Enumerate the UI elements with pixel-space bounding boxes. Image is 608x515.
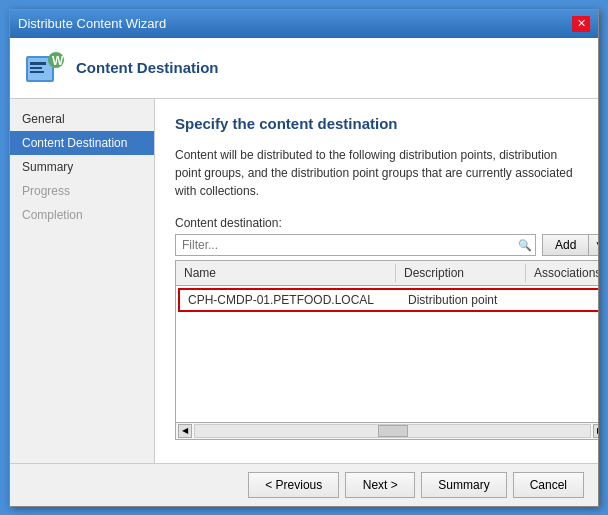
content-dest-label: Content destination: xyxy=(175,216,578,230)
col-header-name: Name xyxy=(176,264,396,282)
sidebar-item-progress: Progress xyxy=(10,179,154,203)
svg-rect-3 xyxy=(30,67,42,69)
svg-rect-2 xyxy=(30,62,46,65)
scroll-thumb[interactable] xyxy=(378,425,408,437)
sidebar: General Content Destination Summary Prog… xyxy=(10,99,155,463)
col-header-associations: Associations xyxy=(526,264,598,282)
add-dropdown-button[interactable]: ▼ xyxy=(588,234,598,256)
title-bar: Distribute Content Wizard ✕ xyxy=(10,10,598,38)
cell-name: CPH-CMDP-01.PETFOOD.LOCAL xyxy=(180,290,400,310)
window-title: Distribute Content Wizard xyxy=(18,16,166,31)
body-area: General Content Destination Summary Prog… xyxy=(10,99,598,463)
next-button[interactable]: Next > xyxy=(345,472,415,498)
chevron-down-icon: ▼ xyxy=(594,239,598,250)
svg-text:W: W xyxy=(52,54,64,68)
filter-input[interactable] xyxy=(175,234,536,256)
header-area: W Content Destination xyxy=(10,38,598,99)
svg-rect-4 xyxy=(30,71,44,73)
search-icon: 🔍 xyxy=(518,238,532,251)
page-title: Specify the content destination xyxy=(175,115,578,132)
main-window: Distribute Content Wizard ✕ W Content De… xyxy=(9,9,599,507)
table-container: Name Description Associations CPH-CMDP-0… xyxy=(175,260,598,440)
sidebar-item-summary[interactable]: Summary xyxy=(10,155,154,179)
previous-button[interactable]: < Previous xyxy=(248,472,339,498)
col-header-description: Description xyxy=(396,264,526,282)
sidebar-item-general[interactable]: General xyxy=(10,107,154,131)
table-header: Name Description Associations xyxy=(176,261,598,286)
main-content: Specify the content destination Content … xyxy=(155,99,598,463)
table-body: CPH-CMDP-01.PETFOOD.LOCAL Distribution p… xyxy=(176,286,598,422)
cancel-button[interactable]: Cancel xyxy=(513,472,584,498)
footer: < Previous Next > Summary Cancel xyxy=(10,463,598,506)
header-title: Content Destination xyxy=(76,59,219,76)
wizard-icon: W xyxy=(24,48,64,88)
horizontal-scrollbar[interactable]: ◀ ▶ xyxy=(176,422,598,439)
summary-button[interactable]: Summary xyxy=(421,472,506,498)
scroll-right-arrow[interactable]: ▶ xyxy=(593,424,598,438)
description-text: Content will be distributed to the follo… xyxy=(175,146,578,200)
filter-input-wrap: 🔍 xyxy=(175,234,536,256)
sidebar-item-content-destination[interactable]: Content Destination xyxy=(10,131,154,155)
cell-description: Distribution point xyxy=(400,290,530,310)
scroll-left-arrow[interactable]: ◀ xyxy=(178,424,192,438)
cell-associations xyxy=(530,290,598,310)
scroll-track[interactable] xyxy=(194,424,591,438)
sidebar-item-completion: Completion xyxy=(10,203,154,227)
add-button[interactable]: Add xyxy=(542,234,588,256)
table-row[interactable]: CPH-CMDP-01.PETFOOD.LOCAL Distribution p… xyxy=(178,288,598,312)
add-button-group: Add ▼ xyxy=(542,234,598,256)
close-button[interactable]: ✕ xyxy=(572,16,590,32)
